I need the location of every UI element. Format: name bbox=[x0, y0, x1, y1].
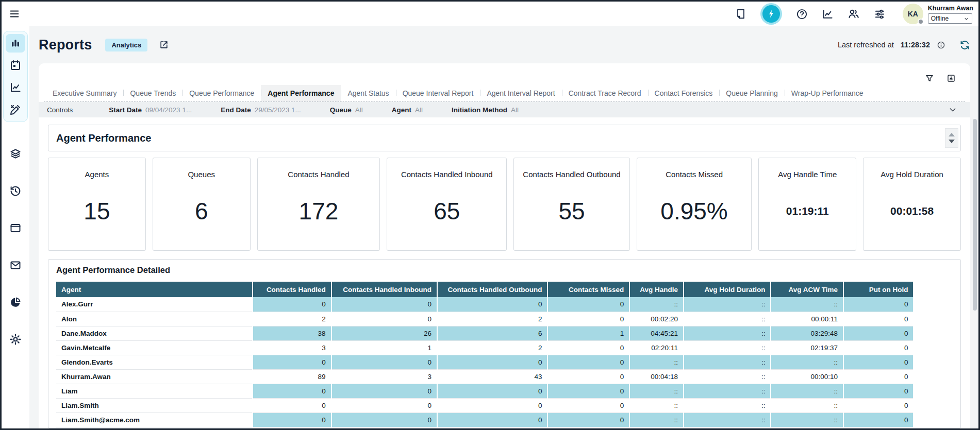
sidebar-item-calendar[interactable] bbox=[6, 56, 25, 75]
metric-cell: :: bbox=[684, 369, 771, 384]
tab-wrap-up-performance[interactable]: Wrap-Up Performance bbox=[785, 85, 870, 101]
tab-agent-performance[interactable]: Agent Performance bbox=[261, 85, 341, 101]
metric-cell: :: bbox=[629, 297, 684, 312]
info-button[interactable] bbox=[937, 41, 945, 49]
column-header-avg-acw-time: Avg ACW Time bbox=[771, 282, 843, 297]
design-icon bbox=[9, 104, 22, 116]
controls-collapse-button[interactable] bbox=[949, 106, 957, 114]
control-filter-start-date[interactable]: Start Date09/04/2023 1... bbox=[109, 106, 192, 114]
metric-cell: 02:20:11 bbox=[629, 340, 684, 355]
metric-cell: 0 bbox=[331, 384, 437, 398]
lightning-button[interactable] bbox=[760, 3, 782, 25]
refresh-button[interactable] bbox=[959, 40, 970, 50]
sidebar-item-browser-window[interactable] bbox=[6, 219, 25, 237]
kpi-value: 65 bbox=[434, 197, 460, 225]
metric-cell: 0 bbox=[547, 412, 629, 427]
sidebar-item-pie-chart[interactable] bbox=[6, 293, 25, 312]
metric-cell: 0 bbox=[253, 412, 331, 427]
metric-cell: 3 bbox=[253, 340, 331, 355]
sidebar-item-layers[interactable] bbox=[6, 145, 25, 163]
sidebar-item-gear[interactable] bbox=[6, 330, 25, 349]
sidebar-item-design[interactable] bbox=[6, 100, 25, 119]
bar-chart-icon bbox=[9, 37, 22, 49]
layers-icon bbox=[9, 148, 22, 160]
metric-cell: 0 bbox=[843, 297, 913, 312]
tab-contract-trace-record[interactable]: Contract Trace Record bbox=[562, 85, 648, 101]
metric-cell: 04:45:21 bbox=[629, 326, 684, 340]
tab-queue-performance[interactable]: Queue Performance bbox=[182, 85, 261, 101]
column-header-contacts-handled: Contacts Handled bbox=[253, 282, 331, 297]
sidebar-item-line-chart[interactable] bbox=[6, 78, 25, 97]
metric-cell: 0 bbox=[843, 412, 913, 427]
control-filter-agent[interactable]: AgentAll bbox=[392, 106, 423, 114]
metric-cell: 00:00:11 bbox=[771, 312, 843, 326]
spinner-up-button[interactable] bbox=[949, 133, 955, 136]
kpi-value: 0.95% bbox=[660, 197, 727, 225]
control-filter-initiation-method[interactable]: Initiation MethodAll bbox=[452, 106, 519, 114]
hamburger-menu-button[interactable] bbox=[9, 8, 20, 20]
agent-performance-panel-header: Agent Performance bbox=[48, 125, 961, 151]
download-icon bbox=[946, 74, 956, 83]
metric-cell: :: bbox=[684, 355, 771, 369]
control-filter-end-date[interactable]: End Date29/05/2023 1... bbox=[221, 106, 301, 114]
filter-icon bbox=[925, 74, 934, 83]
sidebar-item-bar-chart[interactable] bbox=[6, 34, 25, 53]
tab-queue-trends[interactable]: Queue Trends bbox=[123, 85, 182, 101]
metric-cell: 0 bbox=[547, 297, 629, 312]
trend-chart-button[interactable] bbox=[822, 8, 834, 20]
note-icon bbox=[735, 8, 746, 20]
metric-cell: 0 bbox=[547, 369, 629, 384]
column-header-put-on-hold: Put on Hold bbox=[843, 282, 913, 297]
metric-cell: 0 bbox=[253, 398, 331, 412]
tab-queue-planning[interactable]: Queue Planning bbox=[719, 85, 784, 101]
download-button[interactable] bbox=[946, 74, 956, 83]
scrollbar-thumb[interactable] bbox=[973, 119, 977, 311]
note-button[interactable] bbox=[735, 8, 746, 20]
agent-performance-table: AgentContacts HandledContacts Handled In… bbox=[56, 282, 913, 427]
status-dot bbox=[918, 19, 924, 25]
history-icon bbox=[9, 185, 22, 197]
table-row: Alex.Gurr0000::::::0 bbox=[56, 297, 913, 312]
metric-cell: 0 bbox=[253, 384, 331, 398]
sliders-button[interactable] bbox=[874, 8, 886, 20]
external-link-icon bbox=[159, 40, 169, 50]
tab-agent-interval-report[interactable]: Agent Interval Report bbox=[480, 85, 561, 101]
metric-cell: 0 bbox=[843, 398, 913, 412]
column-header-contacts-handled-inbound: Contacts Handled Inbound bbox=[331, 282, 437, 297]
last-refreshed-label: Last refreshed at bbox=[838, 41, 894, 49]
tab-queue-interval-report[interactable]: Queue Interval Report bbox=[396, 85, 480, 101]
table-row: Dane.Maddox38266104:45:21::03:29:480 bbox=[56, 326, 913, 340]
metric-cell: 0 bbox=[547, 355, 629, 369]
kpi-card-contacts-handled-outbound: Contacts Handled Outbound55 bbox=[513, 158, 630, 251]
sliders-icon bbox=[874, 8, 886, 20]
metric-cell: :: bbox=[629, 398, 684, 412]
help-icon bbox=[796, 8, 808, 20]
metric-cell: :: bbox=[771, 398, 843, 412]
control-filter-queue[interactable]: QueueAll bbox=[330, 106, 363, 114]
metric-cell: :: bbox=[684, 340, 771, 355]
sidebar-item-mail[interactable] bbox=[6, 256, 25, 274]
status-select[interactable]: Offline bbox=[928, 13, 972, 24]
tab-contact-forensics[interactable]: Contact Forensics bbox=[648, 85, 720, 101]
page-scrollbar[interactable] bbox=[972, 63, 977, 426]
metric-cell: 0 bbox=[547, 340, 629, 355]
column-header-contacts-handled-outbound: Contacts Handled Outbound bbox=[437, 282, 547, 297]
kpi-value: 00:01:58 bbox=[890, 205, 934, 217]
kpi-value: 6 bbox=[195, 197, 208, 225]
table-row: Glendon.Evarts0000::::::0 bbox=[56, 355, 913, 369]
table-row: Liam0000::::::0 bbox=[56, 384, 913, 398]
tab-agent-status[interactable]: Agent Status bbox=[341, 85, 395, 101]
help-button[interactable] bbox=[796, 8, 808, 20]
filter-button[interactable] bbox=[925, 74, 934, 83]
avatar[interactable]: KA bbox=[903, 4, 923, 24]
external-link-button[interactable] bbox=[159, 40, 169, 50]
users-button[interactable] bbox=[848, 8, 860, 20]
metric-cell: :: bbox=[629, 384, 684, 398]
tab-executive-summary[interactable]: Executive Summary bbox=[46, 85, 123, 101]
avatar-initials: KA bbox=[908, 10, 918, 18]
sidebar-item-history[interactable] bbox=[6, 182, 25, 200]
agent-name-cell: Alon bbox=[56, 312, 253, 326]
table-title: Agent Performance Detailed bbox=[56, 265, 953, 275]
spinner-down-button[interactable] bbox=[949, 140, 955, 143]
metric-cell: 00:00:10 bbox=[771, 369, 843, 384]
